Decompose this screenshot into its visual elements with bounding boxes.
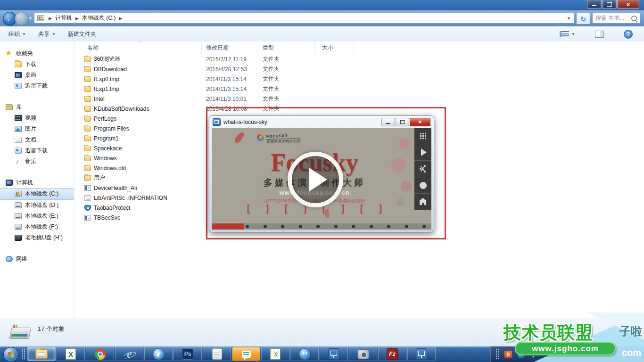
sogou-input-icon[interactable]: S xyxy=(504,351,512,358)
sidebar-item[interactable]: 本地磁盘 (E:) xyxy=(0,211,74,222)
progress-bar[interactable] xyxy=(212,223,431,230)
start-button[interactable] xyxy=(3,347,18,362)
maximize-button[interactable] xyxy=(602,0,617,9)
help-button[interactable]: ? xyxy=(619,28,637,41)
progress-dot[interactable] xyxy=(316,225,320,228)
taskbar-button[interactable] xyxy=(407,347,436,361)
taskbar-button[interactable] xyxy=(349,347,377,361)
progress-dot[interactable] xyxy=(405,225,408,228)
sidebar-item[interactable]: 本地磁盘 (D:) xyxy=(0,200,74,211)
column-header-date[interactable]: 修改日期 xyxy=(202,41,258,54)
taskbar-button[interactable]: Ps xyxy=(173,347,202,361)
sidebar-item[interactable]: 图片 xyxy=(0,123,74,134)
progress-dot[interactable] xyxy=(352,225,355,228)
sidebar-item-label: 下载 xyxy=(25,60,36,68)
progress-dot[interactable] xyxy=(299,225,302,228)
side-toolbar-button[interactable] xyxy=(414,194,431,210)
sidebar-item[interactable]: 下载 xyxy=(0,59,74,70)
player-close-button[interactable]: × xyxy=(410,118,430,126)
tray-restore-group[interactable]: ▼ xyxy=(531,350,536,358)
file-type: 文件夹 xyxy=(258,75,315,83)
breadcrumb-arrow-icon: ▶ xyxy=(75,16,79,21)
file-date: 2015/2/12 11:19 xyxy=(202,56,258,63)
column-header-name[interactable]: 名称 xyxy=(75,41,202,54)
sidebar-item[interactable]: 本地磁盘 (F:) xyxy=(0,222,74,232)
progress-dot[interactable] xyxy=(246,225,249,228)
history-dropdown-icon[interactable]: ▼ xyxy=(28,16,33,21)
taskbar-button[interactable]: Fz xyxy=(378,347,406,361)
progress-dot[interactable] xyxy=(281,225,284,228)
share-button[interactable]: 共享▼ xyxy=(33,28,60,40)
address-dropdown-icon[interactable]: ▼ xyxy=(567,16,571,21)
taskbar-button[interactable]: e xyxy=(115,347,143,361)
sidebar-item[interactable]: 本地磁盘 (C:) xyxy=(0,188,74,200)
player-minimize-button[interactable] xyxy=(381,118,395,126)
windows-logo-icon xyxy=(8,351,14,358)
forward-button[interactable]: → xyxy=(15,12,28,25)
breadcrumb-computer[interactable]: 计算机 xyxy=(55,14,72,22)
search-input[interactable]: 搜索 本地... xyxy=(592,13,640,24)
progress-dot[interactable] xyxy=(370,225,373,228)
sidebar-item[interactable]: 收藏夹 xyxy=(0,48,74,59)
close-icon: × xyxy=(418,119,421,125)
column-header-size[interactable]: 大小 xyxy=(315,41,354,54)
minimize-button[interactable] xyxy=(587,0,602,9)
progress-dot[interactable] xyxy=(264,225,267,228)
table-row[interactable]: IExp1.tmp 2014/11/3 15:14 文件夹 xyxy=(75,84,644,94)
table-row[interactable]: Intel 2014/11/3 10:01 文件夹 xyxy=(75,94,644,104)
breadcrumb-local-disk-c[interactable]: 本地磁盘 (C:) xyxy=(82,14,116,22)
address-bar[interactable]: ▶ 计算机 ▶ 本地磁盘 (C:) ▶ ▼ xyxy=(34,13,574,24)
taskbar-button[interactable] xyxy=(27,347,56,361)
new-folder-button[interactable]: 新建文件夹 xyxy=(63,28,101,40)
player-title: what-is-focus-sky xyxy=(223,119,379,125)
table-row[interactable]: IExp0.tmp 2014/11/3 15:14 文件夹 xyxy=(75,74,644,84)
taskbar-button[interactable]: X xyxy=(57,347,85,361)
close-button[interactable]: × xyxy=(617,0,639,9)
taskbar-button[interactable] xyxy=(320,347,348,361)
refresh-icon: ↻ xyxy=(580,15,586,23)
sidebar-item[interactable]: 迅雷下载 xyxy=(0,81,74,91)
sidebar-item[interactable]: 视频 xyxy=(0,113,74,123)
tray-grip[interactable] xyxy=(495,348,499,360)
taskbar-button[interactable] xyxy=(86,347,114,361)
preview-pane-button[interactable] xyxy=(590,29,609,40)
taskbar-button[interactable] xyxy=(144,347,173,361)
taskbar-button[interactable] xyxy=(232,347,260,361)
progress-dot[interactable] xyxy=(422,225,426,228)
sidebar-item[interactable]: 桌面 xyxy=(0,70,74,81)
chevron-down-icon: ▼ xyxy=(532,355,535,358)
sidebar-item[interactable]: 网络 xyxy=(0,254,74,264)
logo-subtitle: 多媒体演示制作大师 xyxy=(266,139,300,144)
tray-help-icon[interactable]: ? xyxy=(518,351,525,358)
refresh-button[interactable]: ↻ xyxy=(576,13,590,25)
app-icon xyxy=(357,349,369,359)
player-maximize-button[interactable] xyxy=(396,118,409,126)
side-toolbar-button[interactable] xyxy=(414,161,431,177)
column-header-type[interactable]: 类型 xyxy=(258,41,315,54)
table-row[interactable]: 360浏览器 2015/2/12 11:19 文件夹 xyxy=(75,54,644,64)
views-button[interactable]: ▼ xyxy=(555,29,580,39)
organize-button[interactable]: 组织▼ xyxy=(4,28,31,40)
progress-dot[interactable] xyxy=(334,225,338,228)
taskbar-grip[interactable] xyxy=(22,348,25,360)
sidebar-item[interactable]: 迅雷下载 xyxy=(0,145,74,156)
taskbar-button[interactable] xyxy=(290,347,319,361)
sidebar-item-icon xyxy=(15,224,22,230)
side-toolbar-button[interactable] xyxy=(414,144,431,161)
sidebar-item[interactable]: 老毛桃U盘 (H:) xyxy=(0,232,74,243)
side-toolbar-button[interactable] xyxy=(414,177,431,194)
sidebar-item-label: 库 xyxy=(16,103,22,111)
sidebar-item[interactable]: 库 xyxy=(0,102,74,113)
sidebar-item[interactable]: 计算机 xyxy=(0,177,74,188)
play-button[interactable] xyxy=(288,152,343,207)
sidebar-item[interactable]: 音乐 xyxy=(0,156,74,167)
progress-dot[interactable] xyxy=(387,225,390,228)
sidebar-item[interactable]: 文档 xyxy=(0,134,74,145)
taskbar-button[interactable]: X xyxy=(261,347,289,361)
player-titlebar[interactable]: what-is-focus-sky × xyxy=(209,116,434,128)
side-toolbar-button[interactable] xyxy=(414,128,431,144)
table-row[interactable]: DBDownload 2015/4/28 12:53 文件夹 xyxy=(75,64,644,74)
app-icon: Ps xyxy=(182,348,193,360)
taskbar-button[interactable] xyxy=(203,347,231,361)
file-name: LibAntiPrtSc_INFORMATION xyxy=(94,195,167,201)
